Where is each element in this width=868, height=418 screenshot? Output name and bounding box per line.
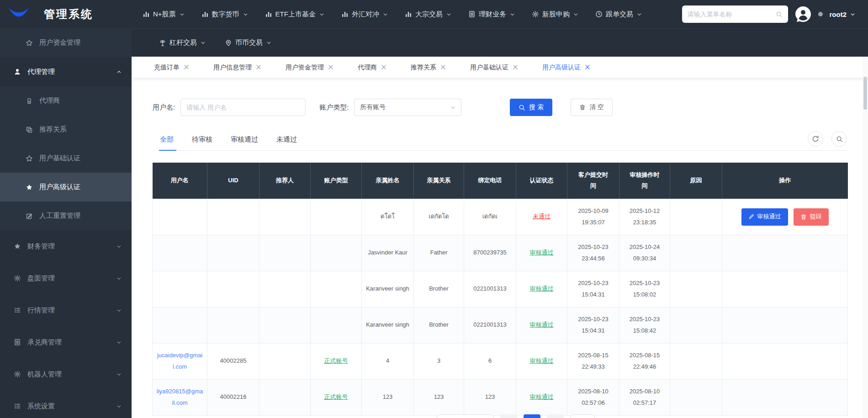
nav-item-外汇对冲[interactable]: 外汇对冲: [341, 10, 388, 19]
account-type-select[interactable]: 所有账号: [354, 99, 461, 116]
column-header-推荐人: 推荐人: [259, 163, 311, 199]
cell-reason: [670, 235, 722, 271]
cell-account_type: 正式账号: [311, 343, 362, 379]
tab-用户资金管理[interactable]: 用户资金管理: [273, 57, 345, 78]
user-icon: [14, 68, 21, 75]
cell-phone: 123: [464, 379, 516, 415]
sidebar-item-label: 系统设置: [27, 402, 55, 411]
nav-item-数字货币[interactable]: 数字货币: [201, 10, 248, 19]
sidebar-item-系统设置[interactable]: 系统设置: [0, 390, 132, 418]
tab-用户信息管理[interactable]: 用户信息管理: [201, 57, 273, 78]
user-menu[interactable]: root2: [830, 11, 856, 18]
search-button[interactable]: 搜 索: [510, 99, 552, 116]
avatar[interactable]: [795, 6, 811, 22]
table-row: Karanveer singhBrother0221001313审核通过2025…: [153, 271, 848, 307]
approve-button[interactable]: 审核通过: [741, 208, 788, 226]
close-icon[interactable]: [513, 65, 518, 69]
sidebar-item-行情管理[interactable]: 行情管理: [0, 294, 132, 326]
nav-item-理财业务[interactable]: 理财业务: [468, 10, 515, 19]
pagination: [132, 414, 868, 418]
sidebar-item-用户基础认证[interactable]: 用户基础认证: [0, 144, 132, 173]
search-icon[interactable]: [776, 11, 783, 18]
account-type-label: 账户类型:: [319, 103, 349, 112]
sidebar-item-承兑商管理[interactable]: 承兑商管理: [0, 326, 132, 358]
status-tab-全部[interactable]: 全部: [159, 135, 183, 150]
status-tab-未通过[interactable]: 未通过: [267, 135, 306, 150]
status-tab-审核通过[interactable]: 审核通过: [222, 135, 267, 150]
chevron-down-icon: [450, 105, 455, 110]
chevron-down-icon: [573, 12, 578, 17]
sidebar-item-用户高级认证[interactable]: 用户高级认证: [0, 173, 132, 201]
nav-item-ETF上市基金[interactable]: ETF上市基金: [265, 10, 324, 19]
cell-username[interactable]: jucaidevip@gmail.com: [153, 343, 207, 379]
next-page-button[interactable]: [547, 414, 564, 418]
chevron-down-icon: [116, 276, 122, 281]
chevron-down-icon: [116, 308, 122, 313]
page-jump-input[interactable]: [570, 414, 595, 418]
cell-relation: Brother: [414, 307, 464, 343]
close-icon[interactable]: [184, 65, 189, 69]
reject-button[interactable]: 驳回: [794, 208, 829, 226]
nav-item-币币交易[interactable]: 币币交易: [225, 38, 271, 47]
prev-page-button[interactable]: [500, 414, 517, 418]
close-icon[interactable]: [328, 65, 333, 69]
sidebar-item-机器人管理[interactable]: 机器人管理: [0, 358, 132, 390]
tab-用户基础认证[interactable]: 用户基础认证: [458, 57, 530, 78]
top-nav-row1: N+股票数字货币ETF上市基金外汇对冲大宗交易理财业务新股申购跟单交易: [143, 10, 642, 19]
tab-用户高级认证[interactable]: 用户高级认证: [530, 57, 602, 78]
menu-search-input[interactable]: [688, 11, 776, 18]
close-icon[interactable]: [381, 65, 386, 69]
sidebar-item-label: 行情管理: [27, 306, 55, 315]
cell-reason: [670, 271, 722, 307]
tab-推荐关系[interactable]: 推荐关系: [398, 57, 458, 78]
close-icon[interactable]: [441, 65, 445, 69]
cell-username: [153, 271, 207, 307]
chevron-down-icon: [446, 12, 451, 17]
cell-relation: 123: [414, 379, 464, 415]
star-outline-icon: [26, 155, 33, 162]
vertical-scrollbar[interactable]: [863, 57, 868, 418]
page-1-button[interactable]: [524, 414, 540, 418]
sidebar-item-用户资金管理[interactable]: 用户资金管理: [0, 28, 132, 57]
menu-search-box[interactable]: [682, 5, 788, 23]
refresh-button[interactable]: [808, 131, 823, 147]
sidebar-item-财务管理[interactable]: 财务管理: [0, 230, 132, 262]
page-size-select[interactable]: [437, 414, 494, 418]
magnifier-icon: [836, 136, 843, 143]
cell-account_type: [311, 235, 362, 271]
sidebar-item-盘面管理[interactable]: 盘面管理: [0, 262, 132, 294]
tab-充值订单[interactable]: 充值订单: [142, 57, 201, 78]
cell-submit_time: 2025-10-23 15:04:31: [567, 307, 619, 343]
star-filled-icon: [14, 243, 21, 250]
nav-item-N+股票[interactable]: N+股票: [143, 10, 185, 19]
cell-username[interactable]: liya920815@gmail.com: [153, 379, 207, 415]
top-nav-row2: 杠杆交易币币交易: [132, 28, 868, 57]
close-icon[interactable]: [585, 65, 590, 69]
nav-item-跟单交易[interactable]: 跟单交易: [595, 10, 642, 19]
clear-button[interactable]: 清 空: [571, 99, 613, 116]
tab-代理商[interactable]: 代理商: [345, 57, 398, 78]
scrollbar-thumb[interactable]: [863, 77, 867, 110]
cell-account_type: 正式账号: [311, 379, 362, 415]
sidebar-item-label: 盘面管理: [27, 274, 55, 283]
column-header-客户提交时间: 客户提交时间: [567, 163, 619, 199]
sidebar-submenu-group: 用户资金管理: [0, 28, 132, 57]
close-icon[interactable]: [256, 65, 261, 69]
sidebar-item-人工重置管理[interactable]: 人工重置管理: [0, 201, 132, 230]
nav-item-新股申购[interactable]: 新股申购: [532, 10, 578, 19]
sidebar-item-代理管理[interactable]: 代理管理: [0, 57, 132, 86]
chevron-down-icon: [510, 12, 515, 17]
sidebar-item-推荐关系[interactable]: 推荐关系: [0, 115, 132, 144]
zoom-search-button[interactable]: [831, 131, 847, 147]
bar-chart-icon: [201, 11, 209, 18]
status-tab-待审核[interactable]: 待审核: [183, 135, 222, 150]
cell-reason: [670, 379, 722, 415]
username-filter-input[interactable]: [180, 99, 306, 116]
nav-item-杠杆交易[interactable]: 杠杆交易: [159, 38, 206, 47]
cell-reason: [670, 343, 722, 379]
sidebar-item-label: 推荐关系: [39, 125, 67, 134]
sidebar-item-代理商[interactable]: 代理商: [0, 86, 132, 115]
column-header-用户名: 用户名: [153, 163, 207, 199]
star-outline-icon: [26, 39, 33, 47]
nav-item-大宗交易[interactable]: 大宗交易: [405, 10, 451, 19]
